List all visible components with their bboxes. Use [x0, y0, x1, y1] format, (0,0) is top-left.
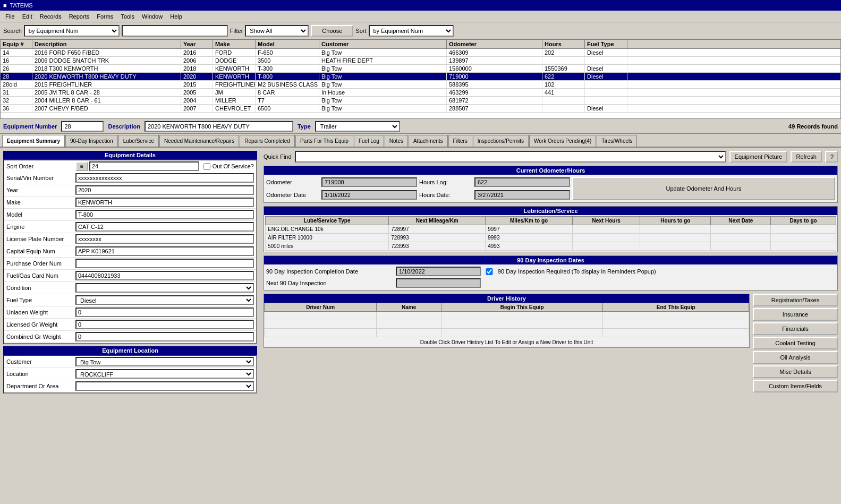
menu-help[interactable]: Help — [167, 12, 185, 21]
desc-input[interactable] — [145, 121, 293, 132]
table-row[interactable]: 262018 T300 KENWORTH2018KENWORTHT-300Big… — [1, 65, 840, 73]
inspection-completion-input[interactable] — [396, 267, 481, 276]
table-row[interactable]: 362007 CHEVY F/BED2007CHEVROLET6500Big T… — [1, 105, 840, 113]
sort-order-input[interactable] — [89, 161, 199, 171]
unladen-weight-input[interactable] — [75, 307, 254, 317]
fuel-type-select[interactable]: Diesel — [75, 295, 254, 305]
inspection-required-checkbox[interactable] — [483, 268, 496, 275]
tab-90-day-inspection[interactable]: 90-Day Inspection — [65, 135, 118, 147]
lube-col-type: Lube/Service Type — [266, 217, 389, 225]
equip-num-input[interactable] — [61, 121, 104, 132]
table-cell: Big Tow — [319, 81, 447, 88]
tab-equipment-summary[interactable]: Equipment Summary — [2, 135, 65, 147]
refresh-button[interactable]: Refresh — [791, 151, 822, 163]
title-bar: ■ TATEMS — [0, 0, 841, 11]
menu-window[interactable]: Window — [139, 12, 166, 21]
filter-select[interactable]: Show All — [245, 25, 309, 37]
menu-reports[interactable]: Reports — [66, 12, 93, 21]
lube-col-next-date: Next Date — [711, 217, 771, 225]
customer-select[interactable]: Big Tow — [75, 357, 254, 366]
table-row[interactable]: 28old2015 FREIGHTLINER2015FREIGHTLINERM2… — [1, 81, 840, 89]
right-btn-registrationtaxes[interactable]: Registration/Taxes — [753, 294, 838, 306]
tab-repairs-completed[interactable]: Repairs Completed — [240, 135, 295, 147]
driver-row-empty — [265, 312, 749, 320]
type-select[interactable]: Trailer — [315, 121, 400, 132]
model-row: Model — [4, 209, 256, 221]
engine-input[interactable] — [75, 222, 254, 232]
right-btn-coolant-testing[interactable]: Coolant Testing — [753, 337, 838, 349]
tab-parts-for-this-equip[interactable]: Parts For This Equip — [295, 135, 353, 147]
table-cell — [585, 57, 627, 64]
table-cell: KENWORTH — [213, 65, 256, 72]
hours-date-input[interactable] — [474, 190, 570, 200]
lube-cell — [771, 225, 836, 234]
table-row[interactable]: 312005 JM TRL 8 CAR - 282005JM8 CARIn Ho… — [1, 89, 840, 97]
dept-select[interactable] — [75, 381, 254, 391]
menu-forms[interactable]: Forms — [94, 12, 116, 21]
hours-log-input[interactable] — [474, 177, 570, 187]
license-input[interactable] — [75, 234, 254, 244]
capital-equip-input[interactable] — [75, 246, 254, 256]
menu-records[interactable]: Records — [37, 12, 65, 21]
purchase-order-input[interactable] — [75, 259, 254, 268]
tab-attachments[interactable]: Attachments — [409, 135, 448, 147]
lube-cell: 4993 — [486, 242, 573, 251]
search-by-select[interactable]: by Equipment Num — [24, 25, 120, 37]
condition-select[interactable] — [75, 283, 254, 293]
right-btn-oil-analysis[interactable]: Oil Analysis — [753, 351, 838, 364]
right-btn-insurance[interactable]: Insurance — [753, 308, 838, 321]
table-cell: Diesel — [585, 105, 627, 112]
odometer-date-input[interactable] — [321, 190, 417, 200]
update-odometer-button[interactable]: Update Odometer And Hours — [572, 177, 835, 200]
right-btn-custom-itemsfields[interactable]: Custom Items/Fields — [753, 380, 838, 392]
location-select[interactable]: ROCKCLIFF — [75, 369, 254, 379]
sort-row: Sort Order ≡ Out Of Service? — [4, 160, 256, 172]
fuel-gas-card-input[interactable] — [75, 271, 254, 280]
menu-tools[interactable]: Tools — [117, 12, 138, 21]
table-cell: 31 — [1, 89, 32, 96]
serial-vin-input[interactable] — [75, 173, 254, 183]
equipment-picture-button[interactable]: Equipment Picture — [729, 151, 788, 163]
col-fueltype: Fuel Type — [585, 40, 627, 48]
customer-label: Customer — [6, 358, 75, 365]
table-cell: 2015 FREIGHTLINER — [32, 81, 181, 88]
combined-gr-weight-input[interactable] — [75, 332, 254, 341]
tab-tireswheels[interactable]: Tires/Wheels — [597, 135, 637, 147]
tab-work-orders-pending4[interactable]: Work Orders Pending(4) — [529, 135, 596, 147]
tab-notes[interactable]: Notes — [385, 135, 408, 147]
licensed-gr-weight-input[interactable] — [75, 320, 254, 329]
next-inspection-input[interactable] — [396, 278, 481, 288]
tab-fuel-log[interactable]: Fuel Log — [354, 135, 384, 147]
tab-filters[interactable]: Filters — [448, 135, 472, 147]
table-row[interactable]: 282020 KENWORTH T800 HEAVY DUTY2020KENWO… — [1, 73, 840, 81]
bottom-row: Driver History Driver Num Name Begin Thi… — [264, 294, 838, 392]
sort-select[interactable]: by Equipment Num — [369, 25, 454, 37]
quick-find-select[interactable] — [295, 151, 726, 163]
tab-inspectionspermits[interactable]: Inspections/Permits — [473, 135, 529, 147]
out-of-service-checkbox[interactable] — [203, 163, 210, 170]
lube-cell: AIR FILTER 10000 — [266, 234, 389, 242]
tab-lubeservice[interactable]: Lube/Service — [118, 135, 159, 147]
table-row[interactable]: 142016 FORD F650 F/BED2016FORDF-650Big T… — [1, 49, 840, 57]
driver-header-row: Driver Num Name Begin This Equip End Thi… — [265, 303, 749, 312]
tab-needed-maintenancerepairs[interactable]: Needed Maintenance/Repairs — [159, 135, 239, 147]
choose-button[interactable]: Choose — [311, 25, 353, 37]
table-row[interactable]: 162006 DODGE SNATCH TRK2006DODGE3500HEAT… — [1, 57, 840, 65]
year-input[interactable] — [75, 185, 254, 195]
sort-order-btn[interactable]: ≡ — [75, 161, 88, 171]
table-row[interactable]: 322004 MILLER 8 CAR - 612004MILLERT7Big … — [1, 97, 840, 105]
right-btn-financials[interactable]: Financials — [753, 322, 838, 335]
model-input[interactable] — [75, 210, 254, 219]
location-label: Location — [6, 371, 75, 377]
lube-cell: 9997 — [486, 225, 573, 234]
menu-edit[interactable]: Edit — [19, 12, 36, 21]
make-input[interactable] — [75, 198, 254, 207]
right-btn-misc-details[interactable]: Misc Details — [753, 365, 838, 378]
table-cell — [585, 89, 627, 96]
odometer-input[interactable] — [321, 177, 417, 187]
table-cell: 26 — [1, 65, 32, 72]
equipment-details-header: Equipment Details — [3, 151, 257, 159]
menu-file[interactable]: File — [2, 12, 18, 21]
help-button[interactable]: ? — [825, 151, 838, 163]
search-input[interactable] — [122, 25, 228, 37]
